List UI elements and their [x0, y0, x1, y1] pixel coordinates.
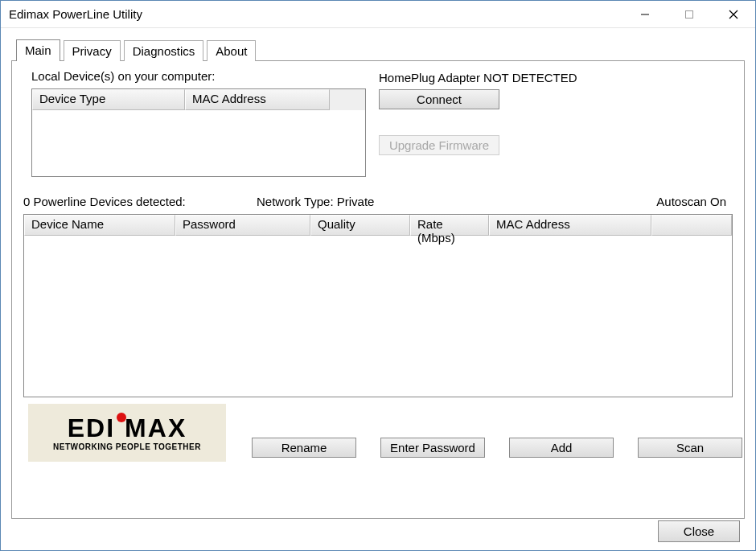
col-quality[interactable]: Quality: [310, 215, 410, 236]
col-mac[interactable]: MAC Address: [489, 215, 651, 236]
window-title: Edimax PowerLine Utility: [9, 7, 142, 21]
devices-detected-text: 0 Powerline Devices detected:: [23, 195, 257, 208]
tab-body: Local Device(s) on your computer: Device…: [11, 60, 745, 519]
footer: Close: [2, 512, 754, 549]
tab-diagnostics[interactable]: Diagnostics: [124, 40, 204, 61]
maximize-button[interactable]: [667, 1, 711, 27]
window-controls: [622, 1, 755, 27]
autoscan-text: Autoscan On: [562, 195, 734, 208]
window: Edimax PowerLine Utility Main Privacy Di…: [0, 0, 756, 551]
titlebar: Edimax PowerLine Utility: [1, 1, 755, 28]
edimax-logo: EDIMAX NETWORKING PEOPLE TOGETHER: [28, 404, 226, 462]
status-area: HomePlug Adapter NOT DETECTED Connect Up…: [379, 71, 577, 155]
upgrade-firmware-button: Upgrade Firmware: [379, 135, 499, 155]
powerline-device-list[interactable]: Device Name Password Quality Rate (Mbps)…: [23, 214, 733, 397]
logo-dot-icon: [117, 413, 126, 422]
rename-button[interactable]: Rename: [252, 438, 356, 458]
minimize-button[interactable]: [622, 1, 667, 27]
info-row: 0 Powerline Devices detected: Network Ty…: [23, 195, 734, 208]
client-area: Main Privacy Diagnostics About Local Dev…: [2, 29, 754, 521]
close-window-button[interactable]: [711, 1, 755, 27]
col-device-name[interactable]: Device Name: [24, 215, 175, 236]
local-list-headers: Device Type MAC Address: [32, 89, 365, 110]
tab-about[interactable]: About: [207, 40, 256, 61]
enter-password-button[interactable]: Enter Password: [380, 438, 485, 458]
scan-button[interactable]: Scan: [638, 438, 742, 458]
col-spacer: [651, 215, 732, 236]
logo-wordmark: EDIMAX: [68, 415, 187, 441]
col-rate[interactable]: Rate (Mbps): [410, 215, 489, 236]
local-devices-label: Local Device(s) on your computer:: [31, 69, 215, 83]
network-type-text: Network Type: Private: [257, 195, 562, 208]
tab-privacy[interactable]: Privacy: [64, 40, 121, 61]
action-buttons: Rename Enter Password Add Scan: [252, 438, 742, 458]
svg-rect-1: [685, 10, 692, 18]
col-mac-address[interactable]: MAC Address: [185, 89, 330, 110]
close-button[interactable]: Close: [658, 520, 740, 542]
pl-list-headers: Device Name Password Quality Rate (Mbps)…: [24, 215, 732, 236]
add-button[interactable]: Add: [509, 438, 614, 458]
col-device-type[interactable]: Device Type: [32, 89, 185, 110]
local-device-list[interactable]: Device Type MAC Address: [31, 88, 366, 177]
connect-button[interactable]: Connect: [379, 89, 499, 109]
tabstrip: Main Privacy Diagnostics About: [11, 39, 745, 61]
logo-tagline: NETWORKING PEOPLE TOGETHER: [53, 442, 201, 451]
adapter-status-text: HomePlug Adapter NOT DETECTED: [379, 71, 577, 84]
col-password[interactable]: Password: [175, 215, 310, 236]
tab-main[interactable]: Main: [16, 39, 60, 61]
